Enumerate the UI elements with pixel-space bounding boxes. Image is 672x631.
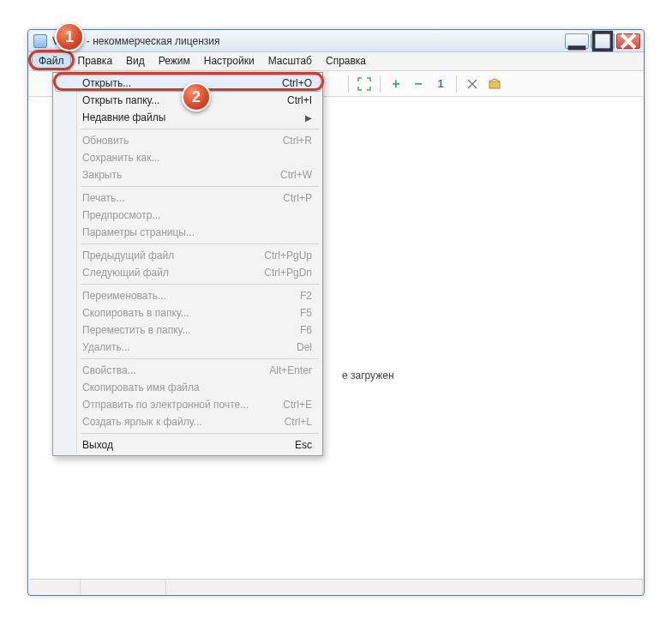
menu-separator [81, 358, 319, 359]
menu-item--: Свойства...Alt+Enter [55, 362, 321, 379]
menu-item-accelerator: Esc [295, 439, 312, 451]
package-button[interactable] [485, 75, 504, 93]
menu-item-label: Следующий файл [82, 267, 264, 279]
menu-item-accelerator: Ctrl+W [280, 169, 312, 181]
menu-item--: Создать ярлык к файлу...Ctrl+L [55, 413, 321, 430]
menu-item-label: Скопировать имя файла [82, 382, 312, 394]
file-menu-dropdown: Открыть...Ctrl+OОткрыть папку...Ctrl+IНе… [52, 72, 323, 456]
plus-icon: + [392, 76, 399, 92]
status-cell [81, 580, 166, 594]
menu-item-label: Предыдущий файл [82, 249, 264, 261]
menu-settings[interactable]: Настройки [197, 52, 261, 70]
menu-help[interactable]: Справка [319, 52, 373, 70]
menu-item-accelerator: F6 [300, 324, 312, 336]
callout-badge-2: 2 [182, 82, 211, 111]
menu-item-label: Создать ярлык к файлу... [82, 416, 285, 428]
zoom-actual-button[interactable]: 1 [431, 75, 450, 93]
toolbar-separator [456, 75, 457, 93]
menu-item-label: Открыть... [82, 77, 282, 89]
statusbar [29, 579, 643, 594]
window-title: Viewer - некоммерческая лицензия [52, 35, 565, 47]
box-icon [488, 77, 501, 91]
menu-item-accelerator: F2 [300, 290, 312, 302]
menu-item--: Скопировать в папку...F5 [55, 304, 321, 322]
menu-item-label: Переместить в папку... [82, 324, 300, 336]
menu-item--: ОбновитьCtrl+R [55, 132, 321, 149]
svg-rect-2 [489, 81, 500, 88]
menu-edit[interactable]: Правка [71, 52, 120, 70]
status-cell [29, 580, 81, 594]
menu-mode[interactable]: Режим [152, 52, 197, 70]
menu-separator [81, 243, 319, 244]
menu-item--: Предпросмотр... [55, 207, 321, 224]
menu-item-label: Отправить по электронной почте... [82, 399, 283, 411]
menu-separator [81, 284, 319, 285]
menu-separator [81, 129, 319, 129]
status-cell [166, 580, 643, 594]
toolbar-separator [348, 75, 349, 93]
svg-rect-0 [568, 45, 586, 50]
menu-item-label: Параметры страницы... [82, 226, 312, 238]
menu-item--: Следующий файлCtrl+PgDn [55, 264, 321, 281]
menu-separator [81, 186, 319, 187]
menu-item-accelerator: Ctrl+O [282, 77, 312, 89]
menu-item-label: Обновить [82, 135, 283, 147]
menu-item-accelerator: Alt+Enter [269, 364, 312, 376]
menu-item-label: Выход [82, 439, 295, 451]
menu-item-accelerator: Ctrl+L [285, 416, 312, 428]
titlebar: Viewer - некоммерческая лицензия [28, 30, 644, 52]
menu-item-accelerator: Ctrl+I [287, 94, 312, 106]
menu-item-label: Удалить... [82, 341, 297, 353]
callout-badge-1: 1 [55, 22, 84, 51]
menu-item-accelerator: Ctrl+P [283, 192, 312, 204]
menu-item--: Скопировать имя файла [55, 379, 321, 396]
maximize-button[interactable] [591, 33, 615, 49]
submenu-arrow-icon: ▶ [305, 113, 312, 123]
menu-item-label: Скопировать в папку... [82, 307, 300, 319]
menu-item-accelerator: Ctrl+PgDn [264, 267, 312, 279]
content-message: е загружен [342, 370, 394, 382]
window-buttons [565, 33, 640, 49]
fullscreen-button[interactable] [355, 75, 374, 93]
minus-icon: − [414, 76, 422, 92]
menu-zoom[interactable]: Масштаб [261, 52, 319, 70]
menu-file[interactable]: Файл [32, 52, 71, 70]
menu-item-label: Закрыть [82, 169, 280, 181]
minimize-button[interactable] [565, 33, 589, 49]
menu-item--: Печать...Ctrl+P [55, 189, 321, 207]
menu-item-accelerator: Ctrl+R [283, 135, 312, 147]
menu-item--: Переименовать...F2 [55, 287, 321, 304]
menu-item--[interactable]: Недавние файлы▶ [55, 109, 321, 126]
zoom-in-button[interactable]: + [387, 75, 405, 93]
menu-item--: Переместить в папку...F6 [55, 322, 321, 339]
menu-item--: Сохранить как... [55, 149, 321, 166]
tools-icon [465, 77, 479, 91]
menu-item-accelerator: Del [297, 341, 312, 353]
menu-item--: Параметры страницы... [55, 224, 321, 241]
menu-item--: Удалить...Del [55, 339, 321, 356]
maximize-icon [591, 30, 614, 52]
menu-item-label: Сохранить как... [82, 152, 312, 164]
menu-item--: Отправить по электронной почте...Ctrl+E [55, 396, 321, 413]
menu-separator [81, 433, 319, 434]
menu-item-label: Переименовать... [82, 290, 300, 302]
close-icon [617, 30, 639, 52]
menu-item--: Предыдущий файлCtrl+PgUp [55, 247, 321, 264]
menu-item-label: Печать... [82, 192, 283, 204]
menu-view[interactable]: Вид [119, 52, 152, 70]
menubar: Файл Правка Вид Режим Настройки Масштаб … [28, 52, 644, 71]
one-to-one-icon: 1 [437, 77, 443, 90]
menu-item-label: Недавние файлы [82, 111, 305, 123]
zoom-out-button[interactable]: − [409, 75, 428, 93]
menu-item-accelerator: Ctrl+PgUp [264, 249, 312, 261]
menu-item-accelerator: F5 [300, 307, 312, 319]
close-button[interactable] [616, 33, 640, 49]
menu-item-accelerator: Ctrl+E [283, 399, 312, 411]
svg-rect-1 [594, 32, 612, 50]
toolbar-separator [380, 75, 381, 93]
minimize-icon [566, 30, 588, 52]
fullscreen-icon [357, 77, 371, 91]
tools-button[interactable] [463, 75, 482, 93]
menu-item--: ЗакрытьCtrl+W [55, 166, 321, 183]
menu-item--[interactable]: ВыходEsc [55, 436, 321, 454]
